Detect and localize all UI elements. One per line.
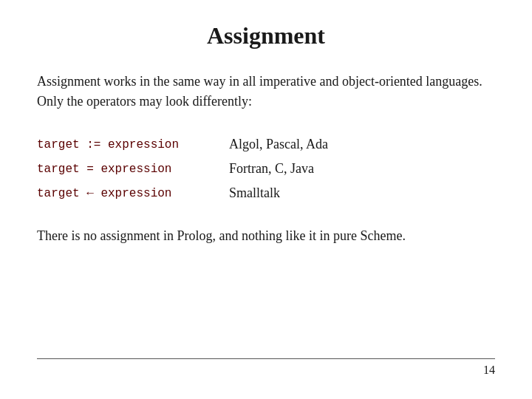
- table-row: target = expression Fortran, C, Java: [37, 157, 495, 181]
- assignment-table: target := expression Algol, Pascal, Ada …: [37, 132, 495, 205]
- slide-title: Assignment: [37, 22, 495, 50]
- lang-cell-1: Algol, Pascal, Ada: [229, 132, 495, 157]
- code-cell-3: target ← expression: [37, 181, 229, 205]
- table-row: target := expression Algol, Pascal, Ada: [37, 132, 495, 157]
- slide-container: Assignment Assignment works in the same …: [0, 0, 532, 399]
- bottom-bar: 14: [37, 358, 495, 377]
- intro-paragraph: Assignment works in the same way in all …: [37, 72, 495, 112]
- closing-paragraph: There is no assignment in Prolog, and no…: [37, 226, 495, 246]
- table-row: target ← expression Smalltalk: [37, 181, 495, 205]
- page-number: 14: [483, 364, 495, 377]
- lang-cell-2: Fortran, C, Java: [229, 157, 495, 181]
- lang-cell-3: Smalltalk: [229, 181, 495, 205]
- code-cell-1: target := expression: [37, 132, 229, 157]
- code-cell-2: target = expression: [37, 157, 229, 181]
